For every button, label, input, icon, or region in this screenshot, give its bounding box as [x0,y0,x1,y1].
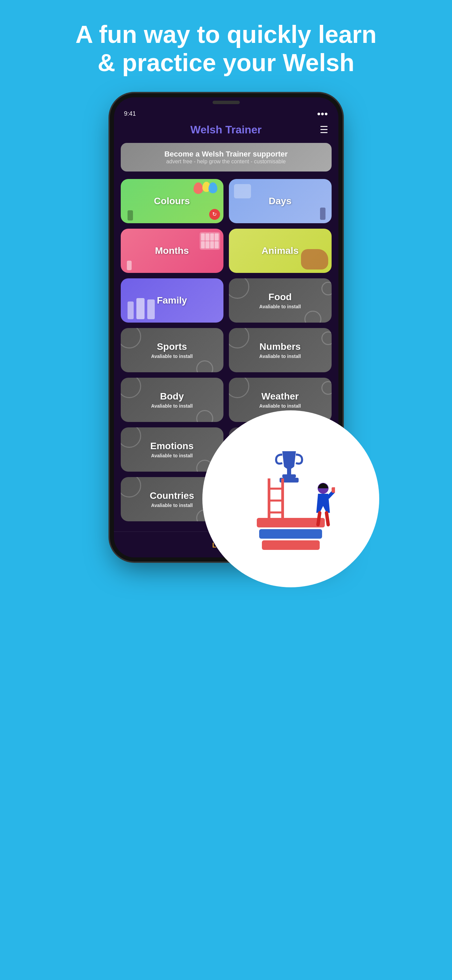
card-sports-label: Sports [157,341,187,352]
card-colours-label: Colours [154,196,190,207]
card-animals[interactable]: Animals [229,229,331,273]
person-figure [311,482,335,531]
card-weather-label: Weather [262,391,299,402]
banner-main-text: Become a Welsh Trainer supporter [129,150,324,159]
status-time: 9:41 [124,110,136,118]
card-sports[interactable]: Sports Avaliable to install [121,328,224,372]
svg-rect-9 [331,487,335,493]
phone-wrapper: 9:41 ●●● Welsh Trainer ☰ Become a Welsh … [114,97,338,574]
card-months-label: Months [155,245,189,256]
refresh-badge-colours[interactable]: ↻ [209,209,220,220]
card-family-label: Family [157,295,187,306]
deco-circle [121,328,141,348]
card-emotions-sub: Avaliable to install [151,453,192,458]
trophy-illustration [230,438,352,560]
ladder [266,479,285,519]
card-family[interactable]: Family [121,278,224,323]
deco-circle [196,360,213,372]
svg-rect-1 [282,474,296,478]
card-countries-label: Countries [150,490,194,501]
deco-circle [229,328,249,348]
card-numbers-label: Numbers [260,341,301,352]
app-header: Welsh Trainer ☰ [114,120,338,143]
menu-icon[interactable]: ☰ [320,124,328,135]
deco-circle [229,278,249,299]
card-food-label: Food [268,292,292,302]
card-colours[interactable]: Colours ↻ [121,179,224,223]
card-numbers[interactable]: Numbers Avaliable to install [229,328,331,372]
card-body-sub: Avaliable to install [151,403,192,409]
card-months[interactable]: Months [121,229,224,273]
card-body[interactable]: Body Avaliable to install [121,378,224,422]
card-emotions[interactable]: Emotions Avaliable to install [121,427,224,472]
supporter-banner[interactable]: Become a Welsh Trainer supporter advert … [121,143,331,172]
card-countries-sub: Avaliable to install [151,503,192,508]
card-animals-label: Animals [262,245,299,256]
banner-sub-text: advert free - help grow the content - cu… [129,159,324,165]
card-numbers-sub: Avaliable to install [259,353,301,359]
card-food[interactable]: Food Avaliable to install [229,278,331,323]
deco-circle [321,331,331,345]
status-bar: 9:41 ●●● [114,108,338,120]
card-days-label: Days [269,196,292,207]
svg-line-10 [318,513,320,525]
deco-circle [229,378,249,398]
svg-line-11 [327,513,328,525]
deco-circle [321,381,331,395]
trophy-illustration-circle [202,410,379,587]
app-title: Welsh Trainer [190,124,262,136]
card-emotions-label: Emotions [150,441,194,452]
deco-circle [305,311,321,323]
deco-circle [121,378,141,398]
svg-rect-0 [287,468,291,474]
phone-top-bar [114,97,338,108]
card-food-sub: Avaliable to install [259,304,301,309]
status-icons: ●●● [317,110,328,118]
card-body-label: Body [160,391,184,402]
card-days[interactable]: Days [229,179,331,223]
phone-speaker [213,101,240,104]
deco-circle [196,410,213,422]
deco-circle [121,477,141,498]
deco-circle [121,427,141,448]
card-sports-sub: Avaliable to install [151,353,192,359]
deco-circle [321,282,331,295]
card-weather-sub: Avaliable to install [259,403,301,409]
hero-title: A fun way to quickly learn & practice yo… [73,21,379,77]
